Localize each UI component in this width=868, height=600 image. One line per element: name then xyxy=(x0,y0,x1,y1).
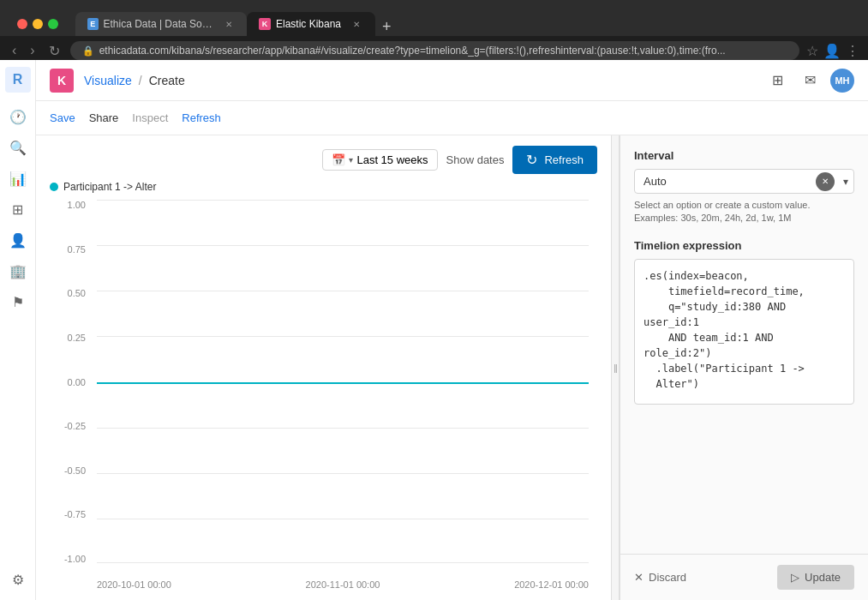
sidebar-icon-dashboard[interactable]: ⊞ xyxy=(4,195,32,223)
sidebar-icon-settings[interactable]: ⚙ xyxy=(4,566,32,593)
resize-handle[interactable]: ‖ xyxy=(611,135,620,600)
refresh-button-toolbar[interactable]: Refresh xyxy=(182,108,221,128)
reload-button[interactable]: ↻ xyxy=(45,41,63,61)
sidebar-logo[interactable]: R xyxy=(5,67,31,93)
time-range-picker[interactable]: 📅 ▾ Last 15 weeks xyxy=(322,149,437,171)
chart-legend: Participant 1 -> Alter xyxy=(50,181,597,193)
tab-label-ethica: Ethica Data | Data Sources xyxy=(104,18,214,30)
interval-clear-button[interactable]: ✕ xyxy=(816,172,835,191)
more-options-icon[interactable]: ⋮ xyxy=(846,43,859,59)
nav-actions: ☆ 👤 ⋮ xyxy=(806,43,859,59)
chart-grid: 1.00 0.75 0.50 0.25 0.00 -0.25 -0.50 -0.… xyxy=(50,200,597,590)
traffic-lights xyxy=(7,12,69,29)
minimize-traffic-light[interactable] xyxy=(33,19,43,29)
search-icon: 🔍 xyxy=(9,140,27,156)
chart-data-line xyxy=(97,382,589,384)
y-label-2: 0.75 xyxy=(68,244,86,255)
tab-close-kibana[interactable]: ✕ xyxy=(350,17,363,31)
discard-label: Discard xyxy=(649,571,686,584)
chevron-down-icon: ▾ xyxy=(349,155,353,165)
breadcrumb-parent[interactable]: Visualize xyxy=(84,74,132,87)
sidebar-icon-discover[interactable]: 🔍 xyxy=(4,134,32,161)
right-panel: Interval Auto ✕ ▾ Select an option or cr… xyxy=(620,135,868,600)
breadcrumb: Visualize / Create xyxy=(84,74,185,87)
header-actions: ⊞ ✉ MH xyxy=(765,69,854,93)
person-icon: 👤 xyxy=(9,232,27,249)
grid-line-4 xyxy=(97,336,589,337)
interval-section: Interval Auto ✕ ▾ Select an option or cr… xyxy=(634,149,854,225)
timelion-section: Timelion expression .es(index=beacon, ti… xyxy=(634,239,854,408)
back-button[interactable]: ‹ xyxy=(9,41,20,60)
y-label-6: -0.25 xyxy=(64,421,86,431)
lock-icon: 🔒 xyxy=(82,45,94,57)
legend-label: Participant 1 -> Alter xyxy=(63,181,156,193)
y-label-1: 1.00 xyxy=(68,200,86,210)
save-button[interactable]: Save xyxy=(50,108,75,128)
tab-label-kibana: Elastic Kibana xyxy=(276,18,341,30)
sidebar-icon-person[interactable]: 👤 xyxy=(4,226,32,254)
mail-icon[interactable]: ✉ xyxy=(798,69,822,93)
chart-bar-icon: 📊 xyxy=(9,171,27,187)
profile-icon[interactable]: 👤 xyxy=(823,43,841,59)
fullscreen-traffic-light[interactable] xyxy=(48,19,58,29)
tab-ethica[interactable]: E Ethica Data | Data Sources ✕ xyxy=(75,12,247,36)
bookmark-icon[interactable]: ☆ xyxy=(806,43,818,59)
sidebar-icon-recent[interactable]: 🕐 xyxy=(4,103,32,130)
dashboard-icon: ⊞ xyxy=(12,201,23,218)
share-button[interactable]: Share xyxy=(89,108,119,128)
refresh-main-button[interactable]: ↻ Refresh xyxy=(512,146,597,174)
x-label-2: 2020-11-01 00:00 xyxy=(306,579,380,590)
interval-hint: Select an option or create a custom valu… xyxy=(634,199,854,225)
x-axis: 2020-10-01 00:00 2020-11-01 00:00 2020-1… xyxy=(97,579,589,590)
y-label-9: -1.00 xyxy=(64,554,86,564)
tab-close-ethica[interactable]: ✕ xyxy=(223,17,235,31)
y-label-8: -0.75 xyxy=(64,509,86,519)
monitoring-icon[interactable]: ⊞ xyxy=(765,69,789,93)
new-tab-button[interactable]: + xyxy=(375,18,398,36)
grid-line-3 xyxy=(97,291,589,291)
panel-content: Interval Auto ✕ ▾ Select an option or cr… xyxy=(620,135,868,554)
grid-line-6 xyxy=(97,428,589,429)
timelion-expression-input[interactable]: .es(index=beacon, timefield=record_time,… xyxy=(634,259,854,405)
sidebar-icon-org[interactable]: 🏢 xyxy=(4,257,32,285)
address-bar[interactable]: 🔒 ethicadata.com/kibana/s/researcher/app… xyxy=(70,41,799,60)
breadcrumb-current: Create xyxy=(149,74,185,87)
sidebar: R 🕐 🔍 📊 ⊞ 👤 🏢 ⚑ ⚙ xyxy=(0,60,36,600)
settings-icon: ⚙ xyxy=(12,572,24,588)
tab-kibana[interactable]: K Elastic Kibana ✕ xyxy=(247,12,375,36)
x-label-1: 2020-10-01 00:00 xyxy=(97,579,171,590)
x-label-3: 2020-12-01 00:00 xyxy=(514,579,589,590)
user-avatar[interactable]: MH xyxy=(830,69,854,93)
sidebar-icon-visualize[interactable]: 📊 xyxy=(4,165,32,192)
grid-line-8 xyxy=(97,519,589,519)
grid-line-2 xyxy=(97,245,589,246)
update-icon: ▷ xyxy=(791,571,799,584)
y-label-5: 0.00 xyxy=(68,377,86,387)
breadcrumb-separator: / xyxy=(139,74,142,87)
calendar-icon: 📅 xyxy=(332,153,345,166)
grid-line-9 xyxy=(97,562,589,563)
timelion-label: Timelion expression xyxy=(634,239,854,252)
browser-chrome: E Ethica Data | Data Sources ✕ K Elastic… xyxy=(0,0,868,60)
interval-select[interactable]: Auto ✕ ▾ xyxy=(634,169,854,194)
interval-chevron-icon[interactable]: ▾ xyxy=(838,176,853,188)
clock-icon: 🕐 xyxy=(9,109,27,125)
show-dates-button[interactable]: Show dates xyxy=(446,153,505,166)
main-area: K Visualize / Create ⊞ ✉ MH Save Share I… xyxy=(36,60,868,600)
time-controls: 📅 ▾ Last 15 weeks Show dates ↻ Refresh xyxy=(50,146,597,174)
refresh-main-label: Refresh xyxy=(544,153,584,166)
interval-value: Auto xyxy=(635,170,816,193)
y-label-7: -0.50 xyxy=(64,465,86,476)
close-traffic-light[interactable] xyxy=(17,19,27,29)
sidebar-icon-goals[interactable]: ⚑ xyxy=(4,288,32,315)
update-label: Update xyxy=(805,571,841,584)
y-label-4: 0.25 xyxy=(68,333,86,343)
update-button[interactable]: ▷ Update xyxy=(777,565,854,590)
inspect-button[interactable]: Inspect xyxy=(132,108,168,128)
content: 📅 ▾ Last 15 weeks Show dates ↻ Refresh P… xyxy=(36,135,868,600)
panel-footer: ✕ Discard ▷ Update xyxy=(620,554,868,600)
chart-plot xyxy=(97,200,589,564)
app-header: K Visualize / Create ⊞ ✉ MH xyxy=(36,60,868,101)
discard-button[interactable]: ✕ Discard xyxy=(634,571,686,584)
forward-button[interactable]: › xyxy=(27,41,38,60)
